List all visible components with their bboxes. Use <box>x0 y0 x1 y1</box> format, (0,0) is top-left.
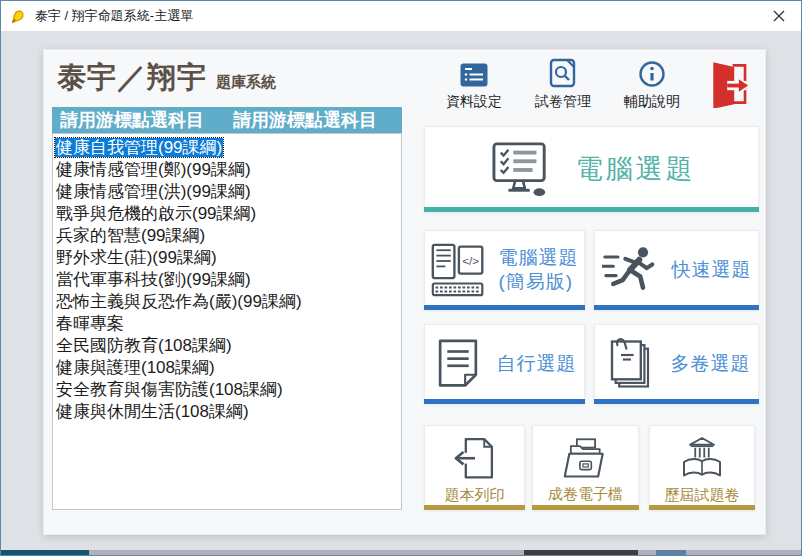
card-quick-select[interactable]: 快速選題 <box>594 230 759 310</box>
app-window: 泰宇 / 翔宇命題系統-主選單 泰宇／翔宇題庫系統 請用游標點選科目 請用游標點… <box>0 0 802 556</box>
runner-icon <box>602 244 658 296</box>
toolbar-label: 試卷管理 <box>521 93 605 111</box>
card-accent-bar <box>594 305 759 310</box>
card-label: 電腦選題 <box>576 151 696 187</box>
card-accent-bar <box>594 399 759 404</box>
card-computer-select-easy[interactable]: </> 電腦選題(簡易版) <box>424 230 585 310</box>
card-accent-bar <box>649 505 755 510</box>
subject-list-item[interactable]: 全民國防教育(108課綱) <box>55 335 401 357</box>
subject-list-item[interactable]: 春暉專案 <box>55 313 401 335</box>
close-button[interactable] <box>763 5 795 27</box>
card-exam-efile[interactable]: 成卷電子檔 <box>532 425 639 510</box>
card-label: 歷屆試題卷 <box>665 486 740 505</box>
svg-text:</>: </> <box>462 254 479 267</box>
subject-list-header-left: 請用游標點選科目 <box>60 107 204 133</box>
logo-main-text: 泰宇／翔宇 <box>57 61 207 93</box>
card-accent-bar <box>424 305 585 310</box>
subject-list-item[interactable]: 健康與護理(108課綱) <box>55 357 401 379</box>
toolbar-exam-manage[interactable]: 試卷管理 <box>521 60 605 111</box>
document-lines-icon <box>433 337 483 391</box>
subject-list-item[interactable]: 健康情感管理(洪)(99課綱) <box>55 181 401 203</box>
card-label: 題本列印 <box>445 486 505 505</box>
app-logo: 泰宇／翔宇題庫系統 <box>57 58 276 98</box>
card-past-exams[interactable]: 歷屆試題卷 <box>649 425 755 510</box>
card-label: 成卷電子檔 <box>548 485 623 504</box>
subject-list-item[interactable]: 健康自我管理(99課綱) <box>55 137 401 159</box>
card-computer-select[interactable]: 電腦選題 <box>424 126 759 212</box>
computer-checklist-icon <box>488 140 554 198</box>
subject-list-header: 請用游標點選科目 請用游標點選科目 <box>52 107 402 133</box>
card-self-select[interactable]: 自行選題 <box>424 324 585 404</box>
computer-code-icon: </> <box>431 242 485 298</box>
open-folder-icon <box>561 437 611 481</box>
exit-button[interactable] <box>704 60 752 108</box>
card-accent-bar <box>424 207 759 212</box>
close-icon <box>773 10 785 22</box>
toolbar-help[interactable]: 輔助說明 <box>610 60 694 111</box>
card-label: 多卷選題 <box>671 352 751 376</box>
subject-list-item[interactable]: 戰爭與危機的啟示(99課綱) <box>55 203 401 225</box>
card-label: 自行選題 <box>497 352 577 376</box>
toolbar-label: 輔助說明 <box>610 93 694 111</box>
subject-listbox[interactable]: 健康自我管理(99課綱)健康情感管理(鄭)(99課綱)健康情感管理(洪)(99課… <box>52 133 402 510</box>
card-label: 快速選題 <box>672 258 752 282</box>
bank-book-icon <box>678 436 726 482</box>
help-icon <box>638 60 666 88</box>
taskbar-sliver <box>1 550 801 555</box>
card-accent-bar <box>424 399 585 404</box>
card-print-booklet[interactable]: 題本列印 <box>424 425 525 510</box>
subject-list-header-right: 請用游標點選科目 <box>233 107 377 133</box>
subject-list-item[interactable]: 兵家的智慧(99課綱) <box>55 225 401 247</box>
card-accent-bar <box>424 505 525 510</box>
stacked-papers-icon <box>603 336 657 392</box>
title-bar: 泰宇 / 翔宇命題系統-主選單 <box>1 1 801 31</box>
subject-list-item[interactable]: 健康情感管理(鄭)(99課綱) <box>55 159 401 181</box>
main-panel: 泰宇／翔宇題庫系統 請用游標點選科目 請用游標點選科目 健康自我管理(99課綱)… <box>43 49 766 535</box>
logo-sub-text: 題庫系統 <box>216 73 276 90</box>
subject-list-item[interactable]: 野外求生(莊)(99課綱) <box>55 247 401 269</box>
subject-list-item[interactable]: 安全教育與傷害防護(108課綱) <box>55 379 401 401</box>
toolbar-label: 資料設定 <box>432 93 516 111</box>
app-pencil-icon <box>9 7 27 25</box>
window-title: 泰宇 / 翔宇命題系統-主選單 <box>35 7 193 25</box>
card-multi-select[interactable]: 多卷選題 <box>594 324 759 404</box>
exit-door-icon <box>704 60 752 108</box>
card-accent-bar <box>532 505 639 510</box>
toolbar-data-settings[interactable]: 資料設定 <box>432 60 516 111</box>
subject-list-item[interactable]: 恐怖主義與反恐作為(嚴)(99課綱) <box>55 291 401 313</box>
export-document-icon <box>452 436 498 482</box>
subject-list-item[interactable]: 健康與休閒生活(108課綱) <box>55 401 401 423</box>
card-label: 電腦選題(簡易版) <box>499 246 579 294</box>
subject-list-item[interactable]: 當代軍事科技(劉)(99課綱) <box>55 269 401 291</box>
data-settings-icon <box>459 62 489 88</box>
exam-manage-icon <box>549 58 577 88</box>
